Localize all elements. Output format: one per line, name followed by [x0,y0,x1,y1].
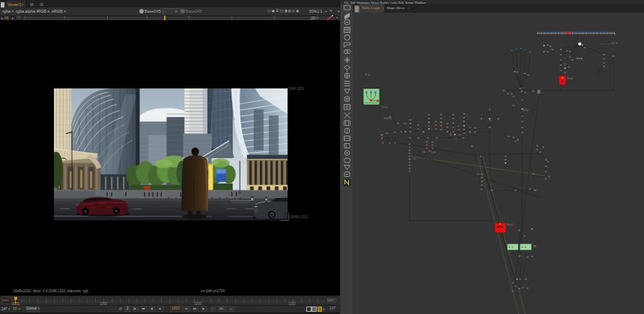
svg-text:T: T [466,114,467,117]
svg-text:cam: cam [402,122,407,125]
svg-text:Read2: Read2 [567,77,574,80]
svg-text:CC: CC [413,157,416,160]
svg-text:Wr: Wr [511,290,514,293]
svg-text:Dot: Dot [533,189,537,192]
svg-text:K: K [455,137,457,140]
svg-text:Read1: Read1 [507,223,514,226]
svg-text:Group: Group [381,106,387,109]
svg-text:Gr: Gr [431,151,433,154]
svg-text:— — — 10 %: — — — 10 % [600,42,618,45]
svg-text:Merge: Merge [523,109,529,112]
